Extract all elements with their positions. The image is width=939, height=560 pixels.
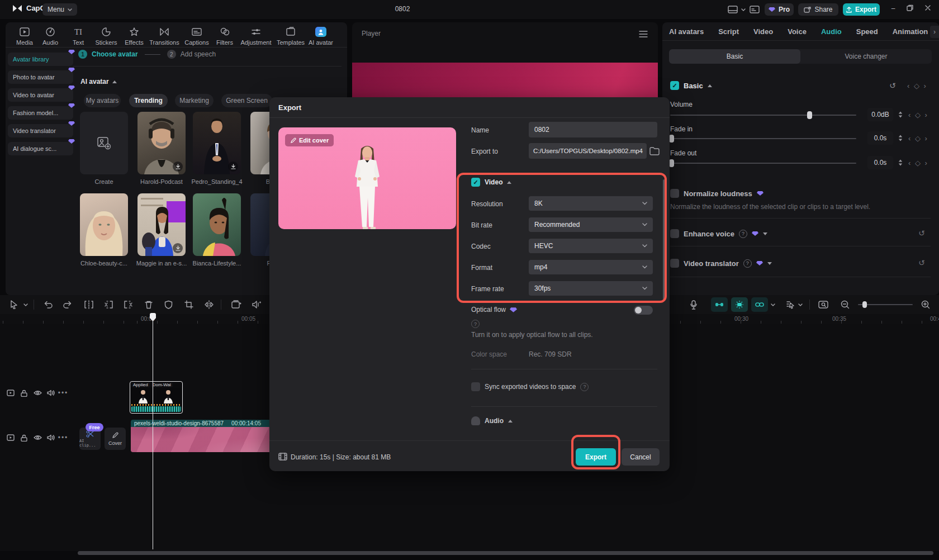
tab-audio[interactable]: Audio (821, 27, 842, 36)
codec-select[interactable]: HEVC (529, 239, 653, 253)
preview-zoom-icon[interactable] (818, 301, 828, 309)
pro-button[interactable]: Pro (765, 3, 794, 16)
track1-more-icon[interactable]: ••• (57, 387, 69, 399)
avatar-card-harold[interactable] (137, 112, 186, 174)
link-clips-toggle[interactable] (751, 297, 768, 312)
share-button[interactable]: Share (798, 3, 838, 16)
link-chevron-icon[interactable] (771, 303, 775, 306)
tab-script[interactable]: Script (718, 27, 739, 36)
tab-my-avatars[interactable]: My avatars (84, 94, 121, 107)
export-button-titlebar[interactable]: Export (843, 3, 880, 16)
undo-icon[interactable] (43, 300, 53, 309)
playhead[interactable] (150, 313, 156, 551)
edit-cover-button[interactable]: Edit cover (285, 134, 334, 146)
record-voiceover-icon[interactable] (690, 300, 698, 310)
avatar-clip[interactable]: Applied Dom-Wal (130, 381, 183, 414)
tab-trending[interactable]: Trending (129, 94, 168, 107)
collapse-arrow-icon[interactable] (508, 420, 513, 423)
framerate-select[interactable]: 30fps (529, 281, 653, 296)
enhance-voice-reset-icon[interactable]: ↺ (918, 229, 925, 238)
help-icon[interactable]: ? (743, 259, 752, 268)
tab-voice[interactable]: Voice (788, 27, 807, 36)
help-icon[interactable]: ? (471, 320, 480, 328)
track1-mute-icon[interactable] (45, 387, 57, 399)
fade-out-keyframe-controls[interactable]: ‹ ◇ › (908, 159, 928, 167)
fade-in-slider[interactable] (670, 138, 856, 139)
magnetic-snap-toggle[interactable] (711, 297, 728, 312)
mirror-icon[interactable] (204, 300, 214, 309)
avatar-card-create[interactable] (80, 112, 128, 174)
track2-visibility-icon[interactable] (31, 431, 44, 444)
select-tool-icon[interactable] (10, 300, 18, 309)
tab-speed[interactable]: Speed (856, 27, 878, 36)
fade-in-slider-handle[interactable] (669, 135, 674, 143)
sidebar-item-video-translator[interactable]: Video translator (8, 124, 73, 137)
bitrate-select[interactable]: Recommended (529, 217, 653, 232)
track1-lock-icon[interactable] (18, 387, 30, 399)
volume-stepper[interactable] (897, 108, 904, 121)
auto-split-toggle[interactable] (731, 297, 748, 312)
timeline-zoom-slider[interactable] (858, 304, 913, 305)
delete-left-icon[interactable] (103, 300, 113, 309)
avatar-card-chloe[interactable] (80, 193, 128, 256)
tab-ai-avatars[interactable]: AI avatars (669, 27, 704, 36)
fade-out-slider[interactable] (670, 163, 856, 164)
basic-checkbox[interactable]: ✓ (670, 81, 679, 90)
sidebar-item-photo-to-avatar[interactable]: Photo to avatar (8, 70, 73, 84)
zoom-out-icon[interactable] (841, 300, 850, 309)
tab-marketing[interactable]: Marketing (175, 94, 214, 107)
fade-in-keyframe-controls[interactable]: ‹ ◇ › (908, 134, 928, 143)
fade-in-stepper[interactable] (897, 131, 904, 145)
tab-video[interactable]: Video (753, 27, 773, 36)
avatar-card-bianca[interactable] (193, 193, 241, 256)
volume-value[interactable]: 0.0dB (867, 108, 893, 121)
crop-icon[interactable] (184, 300, 193, 309)
toolbar-item-ai-avatar[interactable]: AI avatar (303, 27, 339, 46)
player-menu-icon[interactable] (639, 31, 648, 37)
timeline-hscrollbar[interactable] (78, 551, 933, 555)
layout-panels-icon[interactable] (728, 6, 738, 13)
track2-mute-icon[interactable] (45, 431, 57, 444)
track1-type-icon[interactable] (4, 387, 17, 399)
tabs-overflow-button[interactable]: › (930, 26, 939, 38)
name-input[interactable]: 0802 (529, 122, 657, 137)
collapse-arrow-icon[interactable] (507, 181, 511, 184)
expand-arrow-icon[interactable] (767, 262, 772, 265)
help-icon[interactable]: ? (580, 383, 589, 391)
format-select[interactable]: mp4 (529, 260, 653, 274)
menu-button[interactable]: Menu (42, 3, 77, 16)
export-path-input[interactable]: C:/Users/TOPGUS/Desktop/0802.mp4 (529, 143, 647, 159)
fade-in-value[interactable]: 0.0s (867, 131, 893, 145)
delete-icon[interactable] (144, 300, 153, 309)
mask-icon[interactable] (164, 300, 173, 309)
preview-chevron-icon[interactable] (798, 303, 803, 306)
folder-icon[interactable] (649, 147, 660, 155)
minimize-button[interactable]: – (889, 4, 898, 13)
subtab-voice-changer[interactable]: Voice changer (800, 49, 932, 64)
timeline-zoom-handle[interactable] (862, 301, 867, 308)
export-frame-icon[interactable] (231, 300, 241, 309)
volume-slider[interactable] (670, 115, 856, 116)
cover-button[interactable]: Cover (105, 428, 126, 450)
track2-more-icon[interactable]: ••• (57, 431, 69, 444)
basic-keyframe-controls[interactable]: ‹ ◇ › (907, 82, 927, 90)
track1-visibility-icon[interactable] (31, 387, 44, 399)
step2-label[interactable]: Add speech (181, 50, 216, 58)
collapse-arrow-icon[interactable] (708, 84, 712, 87)
redo-icon[interactable] (63, 300, 73, 309)
sync-space-checkbox[interactable] (471, 382, 480, 391)
download-icon[interactable] (173, 162, 183, 172)
tab-green-screen[interactable]: Green Screen (221, 94, 272, 107)
video-translator-checkbox[interactable] (670, 259, 679, 268)
video-section-checkbox[interactable]: ✓ (471, 178, 480, 187)
help-icon[interactable]: ? (739, 230, 747, 238)
basic-reset-icon[interactable]: ↺ (889, 81, 896, 90)
track2-lock-icon[interactable] (18, 431, 30, 444)
avatar-card-pedro[interactable] (193, 112, 241, 174)
tab-animation[interactable]: Animation (893, 27, 928, 36)
optical-flow-toggle[interactable] (634, 306, 653, 315)
volume-keyframe-controls[interactable]: ‹ ◇ › (908, 111, 928, 119)
fade-out-value[interactable]: 0.0s (867, 156, 893, 169)
zoom-in-icon[interactable] (921, 300, 930, 309)
delete-right-icon[interactable] (124, 300, 134, 309)
